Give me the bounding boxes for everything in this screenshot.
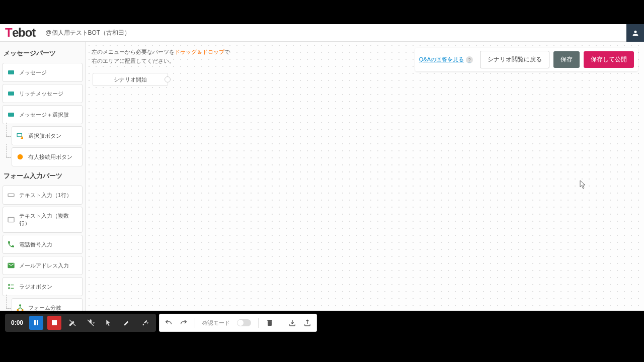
- canvas[interactable]: 左のメニューから必要なパーツをドラッグ＆ドロップで 右のエリアに配置してください…: [86, 42, 644, 311]
- mode-toggle[interactable]: [237, 319, 251, 326]
- text-single-icon: [7, 191, 15, 199]
- svg-rect-16: [37, 320, 38, 325]
- section-message-parts: メッセージパーツ: [3, 46, 83, 61]
- part-label: 電話番号入力: [19, 241, 52, 248]
- part-message-select[interactable]: メッセージ＋選択肢: [3, 105, 83, 124]
- page-title: @個人用テストBOT（古和田）: [45, 29, 130, 37]
- part-label: テキスト入力（複数行）: [19, 212, 78, 227]
- branch-icon: [16, 304, 24, 311]
- svg-point-7: [9, 284, 10, 286]
- logo: Tebot: [5, 26, 35, 40]
- radio-icon: [7, 283, 15, 291]
- pencil-icon: [123, 319, 130, 326]
- svg-point-12: [17, 309, 19, 311]
- scenario-start-node[interactable]: シナリオ開始: [93, 73, 168, 86]
- hint-suffix: で: [224, 49, 230, 55]
- export-button[interactable]: [303, 319, 311, 327]
- undo-button[interactable]: [165, 319, 173, 327]
- draw-tool[interactable]: [65, 316, 79, 330]
- pointer-tool[interactable]: [102, 316, 116, 330]
- recording-time: 0:00: [9, 319, 25, 326]
- part-text-multi[interactable]: テキスト入力（複数行）: [3, 207, 83, 233]
- logo-t: T: [5, 26, 12, 39]
- svg-rect-0: [8, 70, 14, 74]
- part-label: メールアドレス入力: [19, 262, 69, 269]
- redo-icon: [180, 319, 188, 327]
- svg-rect-15: [34, 320, 36, 325]
- hint-highlight: ドラッグ＆ドロップ: [175, 49, 224, 55]
- part-phone[interactable]: 電話番号入力: [3, 235, 83, 254]
- message-icon: [7, 68, 15, 76]
- svg-point-9: [9, 288, 10, 289]
- part-label: 選択肢ボタン: [28, 132, 61, 140]
- part-text-single[interactable]: テキスト入力（1行）: [3, 186, 83, 205]
- help-icon: ?: [466, 56, 473, 63]
- pointer-icon: [105, 319, 112, 326]
- text-multi-icon: [7, 216, 15, 224]
- svg-rect-17: [52, 320, 57, 325]
- pause-button[interactable]: [29, 316, 43, 330]
- chevron-down-icon: ▾: [146, 320, 149, 325]
- divider: [258, 318, 259, 328]
- export-icon: [303, 319, 311, 327]
- qa-link[interactable]: Q&Aの回答を見る ?: [419, 56, 473, 63]
- pen-off-icon: [68, 319, 76, 327]
- user-icon: [631, 29, 639, 37]
- import-button[interactable]: [288, 319, 296, 327]
- hint-prefix: 左のメニューから必要なパーツを: [92, 49, 175, 55]
- body: メッセージパーツ メッセージ リッチメッセージ メッセージ＋選択肢 選択肢ボタン…: [0, 42, 644, 311]
- pencil-tool[interactable]: [120, 316, 134, 330]
- user-menu-button[interactable]: [626, 24, 644, 42]
- mic-tool[interactable]: ▾: [84, 316, 98, 330]
- divider: [281, 318, 281, 328]
- app-window: Tebot @個人用テストBOT（古和田） メッセージパーツ メッセージ リッチ…: [0, 24, 644, 311]
- chevron-down-icon: ▾: [93, 320, 95, 325]
- part-label: メッセージ: [19, 69, 47, 76]
- divider: [195, 318, 195, 328]
- part-form-branch[interactable]: フォーム分岐: [12, 298, 83, 311]
- part-label: フォーム分岐: [28, 304, 61, 311]
- message-select-icon: [7, 111, 15, 119]
- part-label: ラジオボタン: [19, 283, 52, 291]
- part-select-button[interactable]: 選択肢ボタン: [12, 126, 83, 145]
- redo-button[interactable]: [180, 319, 188, 327]
- bottom-bar: 0:00 ▾ ▾ 確認モード: [5, 314, 317, 332]
- top-actions: Q&Aの回答を見る ? シナリオ閲覧に戻る 保存 保存して公開: [415, 48, 638, 71]
- delete-button[interactable]: [266, 319, 274, 327]
- part-label: テキスト入力（1行）: [19, 192, 72, 199]
- operator-icon: [16, 153, 24, 161]
- part-email[interactable]: メールアドレス入力: [3, 256, 83, 275]
- canvas-toolbar: 確認モード: [159, 314, 317, 332]
- phone-icon: [7, 240, 15, 248]
- svg-rect-6: [8, 217, 14, 222]
- back-button[interactable]: シナリオ閲覧に戻る: [480, 51, 549, 68]
- part-label: 有人接続用ボタン: [28, 153, 72, 161]
- hint-text: 左のメニューから必要なパーツをドラッグ＆ドロップで 右のエリアに配置してください…: [92, 48, 230, 65]
- sidebar: メッセージパーツ メッセージ リッチメッセージ メッセージ＋選択肢 選択肢ボタン…: [0, 42, 86, 311]
- svg-point-13: [22, 309, 23, 311]
- import-icon: [288, 319, 296, 327]
- publish-button[interactable]: 保存して公開: [584, 51, 634, 68]
- qa-link-label: Q&Aの回答を見る: [419, 56, 464, 63]
- save-button[interactable]: 保存: [553, 51, 580, 68]
- part-rich-message[interactable]: リッチメッセージ: [3, 84, 83, 103]
- canvas-top: 左のメニューから必要なパーツをドラッグ＆ドロップで 右のエリアに配置してください…: [92, 48, 638, 71]
- mode-label: 確認モード: [202, 319, 230, 327]
- start-node-label: シナリオ開始: [114, 76, 147, 83]
- stop-button[interactable]: [47, 316, 61, 330]
- svg-rect-2: [8, 113, 14, 117]
- svg-rect-1: [8, 92, 14, 96]
- highlight-tool[interactable]: ▾: [138, 316, 152, 330]
- stop-icon: [52, 320, 57, 325]
- part-operator-button[interactable]: 有人接続用ボタン: [12, 147, 83, 166]
- select-button-icon: [16, 132, 24, 140]
- part-label: リッチメッセージ: [19, 90, 63, 98]
- pause-icon: [33, 320, 39, 326]
- part-radio[interactable]: ラジオボタン: [3, 277, 83, 296]
- cursor-icon: [580, 180, 587, 189]
- recording-panel: 0:00 ▾ ▾: [5, 314, 156, 332]
- part-label: メッセージ＋選択肢: [19, 111, 69, 119]
- section-form-parts: フォーム入力パーツ: [3, 168, 83, 184]
- svg-rect-5: [8, 194, 14, 196]
- part-message[interactable]: メッセージ: [3, 63, 83, 82]
